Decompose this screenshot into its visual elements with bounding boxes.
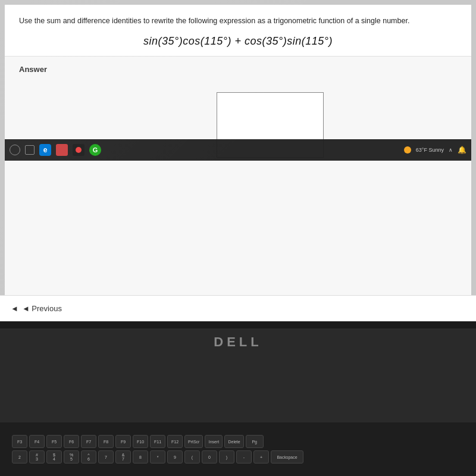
weather-icon xyxy=(404,146,411,154)
key-f6[interactable]: F6 xyxy=(64,435,79,448)
key-8[interactable]: 8 xyxy=(133,450,148,464)
key-delete[interactable]: Delete xyxy=(224,435,243,448)
key-lparen[interactable]: ( xyxy=(184,450,200,464)
taskbar-icon-1[interactable] xyxy=(56,144,68,156)
key-f9[interactable]: F9 xyxy=(115,435,131,448)
key-dollar4[interactable]: $4 xyxy=(46,450,62,464)
key-plus[interactable]: + xyxy=(253,450,269,464)
notification-icon[interactable]: 🔔 xyxy=(458,146,466,154)
laptop-brand: DELL xyxy=(214,334,262,350)
taskbar-icon-2[interactable] xyxy=(73,144,84,156)
laptop-screen: Use the sum and difference identities to… xyxy=(0,0,476,321)
key-amp[interactable]: &7 xyxy=(115,450,131,464)
key-insert[interactable]: Insert xyxy=(205,435,223,448)
function-key-row: F3 F4 F5 F6 F7 F8 F9 F10 F11 F12 PrtScr … xyxy=(12,435,464,448)
key-f7[interactable]: F7 xyxy=(81,435,96,448)
previous-button[interactable]: ◄ ◄ Previous xyxy=(10,302,63,315)
edge-browser-icon[interactable]: e xyxy=(39,144,51,156)
question-instruction: Use the sum and difference identities to… xyxy=(19,15,457,27)
key-percent5[interactable]: %5 xyxy=(64,450,79,464)
question-area: Use the sum and difference identities to… xyxy=(5,5,471,57)
key-f11[interactable]: F11 xyxy=(150,435,165,448)
key-rparen[interactable]: ) xyxy=(219,450,234,464)
task-view-button[interactable] xyxy=(25,145,35,155)
nav-bar: ◄ ◄ Previous xyxy=(0,295,476,321)
keyboard-area: F3 F4 F5 F6 F7 F8 F9 F10 F11 F12 PrtScr … xyxy=(0,422,476,476)
taskbar-icon-3[interactable]: G xyxy=(89,144,101,156)
previous-button-label: ◄ Previous xyxy=(22,304,62,313)
key-9[interactable]: 9 xyxy=(167,450,183,464)
math-expression: sin(35°)cos(115°) + cos(35°)sin(115°) xyxy=(19,35,457,48)
key-star[interactable]: * xyxy=(150,450,165,464)
key-prtscr[interactable]: PrtScr xyxy=(184,435,203,448)
laptop-hinge xyxy=(0,321,476,328)
key-hash3[interactable]: #3 xyxy=(29,450,45,464)
weather-text: 63°F Sunny xyxy=(416,147,444,153)
key-f10[interactable]: F10 xyxy=(133,435,148,448)
taskbar-chevron-up[interactable]: ∧ xyxy=(449,147,453,153)
key-f3[interactable]: F3 xyxy=(12,435,27,448)
key-minus[interactable]: - xyxy=(236,450,252,464)
key-0[interactable]: 0 xyxy=(202,450,217,464)
key-caret6[interactable]: ^6 xyxy=(81,450,96,464)
key-f12[interactable]: F12 xyxy=(167,435,183,448)
prev-arrow-icon: ◄ xyxy=(11,304,18,313)
answer-label: Answer xyxy=(19,65,457,74)
key-backspace[interactable]: Backspace xyxy=(271,450,303,464)
key-pg[interactable]: Pg xyxy=(246,435,264,448)
taskbar-right: 63°F Sunny ∧ 🔔 xyxy=(404,146,466,154)
key-7[interactable]: 7 xyxy=(98,450,114,464)
taskbar: e G 63°F Sunny ∧ 🔔 xyxy=(5,139,471,161)
key-f4[interactable]: F4 xyxy=(29,435,45,448)
key-2[interactable]: 2 xyxy=(12,450,27,464)
key-f5[interactable]: F5 xyxy=(46,435,62,448)
answer-area: Answer xyxy=(5,57,471,295)
number-key-row: 2 #3 $4 %5 ^6 7 &7 8 * 9 ( 0 ) - + Backs… xyxy=(12,450,464,464)
key-f8[interactable]: F8 xyxy=(98,435,114,448)
start-button[interactable] xyxy=(10,145,20,155)
laptop-body: DELL F3 F4 F5 F6 F7 F8 F9 F10 F11 F12 Pr… xyxy=(0,321,476,476)
